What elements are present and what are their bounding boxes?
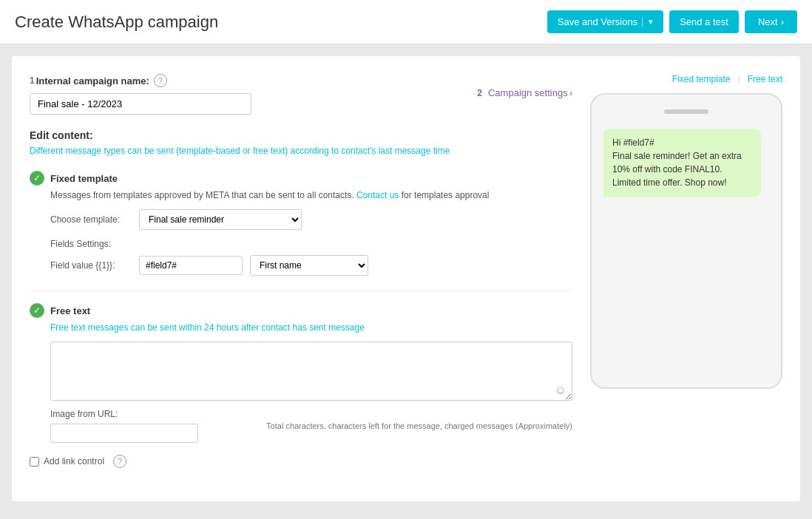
fixed-template-check-icon: ✓ xyxy=(30,171,44,186)
campaign-settings-label: Campaign settings xyxy=(488,87,568,98)
free-text-title: Free text xyxy=(50,305,90,316)
tab-divider: | xyxy=(738,74,740,84)
preview-message: Hi #field7# Final sale reminder! Get an … xyxy=(612,138,742,188)
message-bubble: Hi #field7# Final sale reminder! Get an … xyxy=(603,129,761,197)
emoji-icon[interactable]: ☺ xyxy=(555,384,566,397)
free-text-description: Free text messages can be sent within 24… xyxy=(50,322,572,333)
free-text-textarea-container: ☺ xyxy=(50,342,572,403)
fixed-template-block: ✓ Fixed template Messages from templates… xyxy=(30,171,572,276)
header-actions: Save and Versions ▾ Send a test Next › xyxy=(547,10,797,33)
left-panel: 1 Internal campaign name: ? 2 Campaign s… xyxy=(30,74,572,483)
image-url-label: Image from URL: xyxy=(50,409,198,419)
fixed-template-desc-text: Messages from templates approved by META… xyxy=(50,190,354,200)
internal-name-row: 1 Internal campaign name: ? 2 Campaign s… xyxy=(30,74,572,115)
add-link-checkbox[interactable] xyxy=(30,457,39,467)
char-info-row: Image from URL: Total characters, charac… xyxy=(50,409,572,443)
campaign-settings-arrow-icon: › xyxy=(569,87,572,98)
fixed-template-header: ✓ Fixed template xyxy=(30,171,572,186)
fixed-template-tab[interactable]: Fixed template xyxy=(672,74,731,84)
edit-content-section: Edit content: Different message types ca… xyxy=(30,129,572,156)
field-value-label: Field value {{1}}: xyxy=(50,260,132,271)
campaign-settings-section: 2 Campaign settings › xyxy=(477,74,572,98)
free-text-check-icon: ✓ xyxy=(30,303,44,318)
section-divider xyxy=(30,291,572,291)
fixed-template-description: Messages from templates approved by META… xyxy=(50,190,572,200)
add-link-help-icon[interactable]: ? xyxy=(113,455,126,468)
send-test-button[interactable]: Send a test xyxy=(669,10,739,33)
help-icon[interactable]: ? xyxy=(154,74,167,87)
next-label: Next xyxy=(758,16,778,27)
free-text-textarea[interactable] xyxy=(50,342,572,401)
step1-number: 1 xyxy=(30,75,35,86)
fixed-template-title: Fixed template xyxy=(50,173,118,184)
choose-template-label: Choose template: xyxy=(50,214,132,225)
free-text-block: ✓ Free text Free text messages can be se… xyxy=(30,303,572,468)
add-link-row: Add link control ? xyxy=(30,455,572,468)
next-button[interactable]: Next › xyxy=(745,10,797,33)
internal-name-section: 1 Internal campaign name: ? xyxy=(30,74,462,115)
step2-number: 2 xyxy=(477,88,482,98)
template-select[interactable]: Final sale reminder xyxy=(139,209,302,230)
internal-name-input[interactable] xyxy=(30,93,251,115)
template-select-row: Choose template: Final sale reminder xyxy=(50,209,572,230)
contact-us-link[interactable]: Contact us xyxy=(356,190,399,200)
phone-mockup: Hi #field7# Final sale reminder! Get an … xyxy=(590,93,782,389)
image-url-input[interactable] xyxy=(50,424,198,443)
next-arrow-icon: › xyxy=(781,16,784,27)
field-name-select[interactable]: First name xyxy=(250,255,368,276)
content-layout: 1 Internal campaign name: ? 2 Campaign s… xyxy=(30,74,782,483)
save-versions-button[interactable]: Save and Versions ▾ xyxy=(547,10,663,33)
edit-content-label: Edit content: xyxy=(30,129,572,141)
right-panel: Fixed template | Free text Hi #field7# F… xyxy=(590,74,782,483)
free-text-header: ✓ Free text xyxy=(30,303,572,318)
fields-settings-label: Fields Settings: xyxy=(50,239,572,249)
header: Create WhatsApp campaign Save and Versio… xyxy=(0,0,812,44)
char-info: Total characters, characters left for th… xyxy=(266,421,572,430)
add-link-label: Add link control xyxy=(44,456,104,467)
phone-notch-icon xyxy=(664,109,708,114)
campaign-settings-link[interactable]: Campaign settings › xyxy=(488,87,572,98)
field-value-input[interactable] xyxy=(139,256,243,275)
internal-name-label: Internal campaign name: xyxy=(36,75,149,86)
save-versions-chevron-icon: ▾ xyxy=(642,17,653,27)
save-versions-label: Save and Versions xyxy=(558,16,637,27)
image-url-section: Image from URL: xyxy=(50,409,198,443)
fixed-template-desc-suffix: for templates approval xyxy=(402,190,490,200)
main-container: 1 Internal campaign name: ? 2 Campaign s… xyxy=(12,56,800,501)
free-text-tab[interactable]: Free text xyxy=(748,74,782,84)
edit-content-description: Different message types can be sent (tem… xyxy=(30,146,572,156)
preview-tabs: Fixed template | Free text xyxy=(590,74,782,84)
field-value-row: Field value {{1}}: First name xyxy=(50,255,572,276)
page-title: Create WhatsApp campaign xyxy=(15,13,218,32)
